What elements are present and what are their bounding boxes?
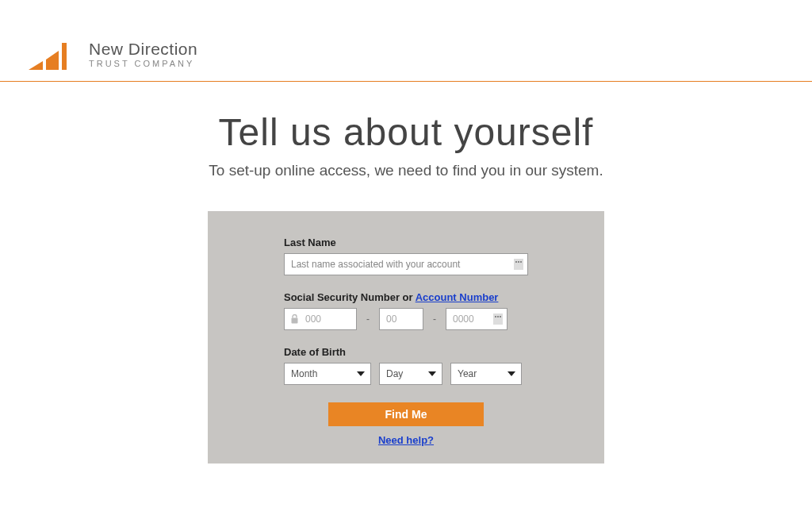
lastname-row [284,253,528,275]
brand-logo-icon [29,38,78,70]
page-title: Tell us about yourself [0,110,812,154]
brand-name: New Direction [89,40,197,59]
ssn-input-2[interactable] [379,308,423,330]
dob-row: Month Day Year [284,363,528,385]
svg-marker-1 [46,51,59,70]
header: New Direction TRUST COMPANY [0,0,812,82]
logo-area: New Direction TRUST COMPANY [29,38,812,70]
ssn-input-1[interactable] [284,308,357,330]
ssn-separator-2: - [433,314,436,325]
find-me-button[interactable]: Find Me [328,402,484,426]
ssn-label-text: Social Security Number or [284,291,416,303]
ssn-separator-1: - [366,314,370,325]
lastname-label: Last Name [284,237,528,248]
dob-month-select[interactable]: Month [284,363,371,385]
ssn-input-3[interactable] [446,308,508,330]
need-help-link[interactable]: Need help? [284,434,528,446]
dob-label: Date of Birth [284,346,528,358]
lastname-input[interactable] [284,253,528,275]
brand-text: New Direction TRUST COMPANY [89,40,197,68]
page-subtitle: To set-up online access, we need to find… [0,162,812,179]
dob-year-select[interactable]: Year [450,363,522,385]
brand-subtitle: TRUST COMPANY [89,59,197,68]
ssn-label-row: Social Security Number or Account Number [284,291,528,303]
form-panel: Last Name Social Security Number or Acco… [208,211,604,464]
ssn-row: - - [284,308,528,330]
svg-rect-2 [62,43,67,70]
main-content: Tell us about yourself To set-up online … [0,82,812,464]
dob-day-select[interactable]: Day [379,363,442,385]
svg-marker-0 [29,61,43,70]
account-number-link[interactable]: Account Number [416,291,499,303]
